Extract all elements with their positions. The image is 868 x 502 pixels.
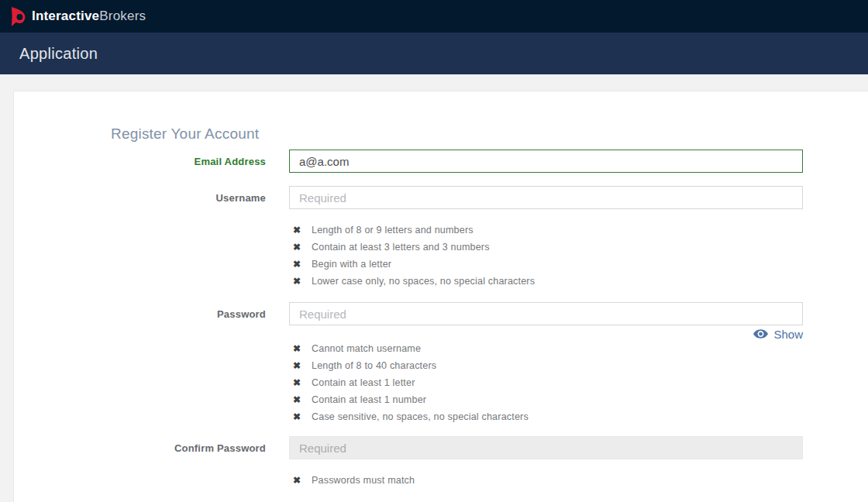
password-input-wrap — [289, 302, 803, 325]
rule-fail-icon: ✖ — [293, 242, 312, 252]
confirm-rule-item: ✖ Passwords must match — [293, 472, 868, 489]
application-nav-bar: Application — [0, 33, 868, 74]
rule-text: Contain at least 3 letters and 3 numbers — [312, 242, 490, 253]
rule-fail-icon: ✖ — [293, 476, 312, 485]
password-rule-item: ✖ Contain at least 1 number — [293, 391, 868, 408]
password-label: Password — [14, 308, 266, 320]
top-brand-bar: InteractiveBrokers — [0, 0, 868, 33]
email-row: Email Address — [14, 150, 868, 173]
confirm-password-row: Confirm Password — [14, 436, 868, 459]
confirm-password-input[interactable] — [289, 436, 803, 459]
username-rule-item: ✖ Length of 8 or 9 letters and numbers — [293, 222, 868, 239]
username-rule-item: ✖ Begin with a letter — [293, 256, 868, 273]
eye-icon — [753, 329, 768, 339]
username-rule-item: ✖ Lower case only, no spaces, no special… — [293, 273, 868, 290]
page-title: Register Your Account — [111, 124, 868, 144]
rule-text: Contain at least 1 letter — [312, 377, 415, 388]
password-rule-item: ✖ Case sensitive, no spaces, no special … — [293, 408, 868, 425]
password-rule-item: ✖ Contain at least 1 letter — [293, 374, 868, 391]
username-input-wrap — [289, 186, 803, 209]
rule-fail-icon: ✖ — [293, 378, 312, 387]
logo-text: InteractiveBrokers — [32, 9, 146, 24]
rule-fail-icon: ✖ — [293, 361, 312, 370]
rule-fail-icon: ✖ — [293, 260, 312, 269]
username-rules-list: ✖ Length of 8 or 9 letters and numbers ✖… — [293, 222, 868, 290]
password-rules-list: ✖ Cannot match username ✖ Length of 8 to… — [293, 340, 868, 425]
email-label: Email Address — [14, 156, 266, 167]
interactive-brokers-logo[interactable]: InteractiveBrokers — [9, 5, 146, 27]
rule-fail-icon: ✖ — [293, 277, 312, 286]
rule-fail-icon: ✖ — [293, 395, 312, 404]
rule-text: Begin with a letter — [312, 259, 391, 270]
logo-text-light: Brokers — [99, 9, 146, 23]
show-password-row: Show — [14, 328, 803, 340]
rule-fail-icon: ✖ — [293, 344, 312, 353]
password-row: Password — [14, 302, 868, 325]
email-input[interactable] — [289, 150, 803, 173]
username-rule-item: ✖ Contain at least 3 letters and 3 numbe… — [293, 239, 868, 256]
registration-card: Register Your Account Email Address User… — [13, 91, 868, 502]
show-password-link[interactable]: Show — [753, 328, 803, 341]
rule-text: Cannot match username — [312, 343, 421, 354]
password-rule-item: ✖ Length of 8 to 40 characters — [293, 357, 868, 374]
brand-flame-icon — [9, 5, 27, 27]
rule-fail-icon: ✖ — [293, 225, 312, 235]
rule-text: Contain at least 1 number — [312, 394, 426, 405]
password-input[interactable] — [289, 302, 803, 325]
confirm-password-input-wrap — [289, 436, 803, 459]
email-input-wrap — [289, 150, 803, 173]
confirm-password-rules-list: ✖ Passwords must match — [293, 472, 868, 489]
nav-section-title: Application — [19, 45, 98, 63]
username-label: Username — [14, 192, 266, 204]
rule-text: Passwords must match — [312, 475, 415, 486]
rule-text: Length of 8 or 9 letters and numbers — [312, 225, 474, 236]
rule-text: Lower case only, no spaces, no special c… — [312, 276, 535, 287]
password-rule-item: ✖ Cannot match username — [293, 340, 868, 357]
confirm-password-label: Confirm Password — [14, 442, 266, 454]
logo-text-bold: Interactive — [32, 9, 99, 23]
rule-text: Case sensitive, no spaces, no special ch… — [312, 411, 529, 422]
rule-text: Length of 8 to 40 characters — [312, 360, 436, 371]
username-row: Username — [14, 186, 868, 209]
show-password-label: Show — [773, 328, 803, 341]
rule-fail-icon: ✖ — [293, 412, 312, 421]
username-input[interactable] — [289, 186, 803, 209]
